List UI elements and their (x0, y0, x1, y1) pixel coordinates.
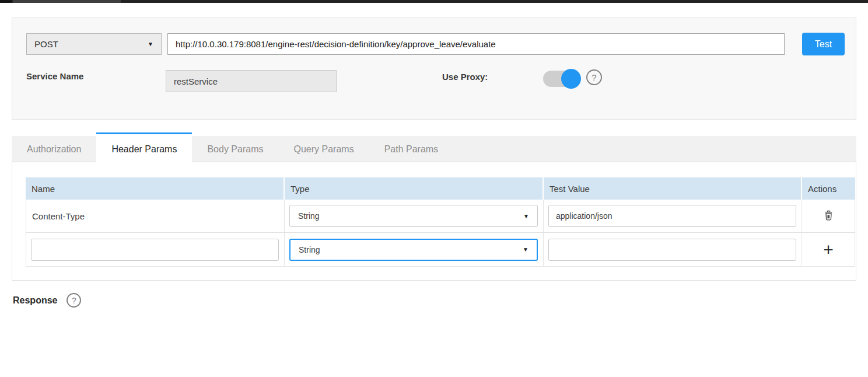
param-actions-cell: + (802, 233, 855, 266)
window-top-bar (0, 0, 868, 3)
response-help-icon[interactable]: ? (66, 293, 81, 308)
top-bar-tab-sliver (13, 0, 121, 3)
use-proxy-help-icon[interactable]: ? (586, 69, 602, 85)
column-header-name: Name (26, 177, 285, 200)
trash-icon (822, 208, 835, 224)
use-proxy-label: Use Proxy: (442, 72, 488, 82)
column-header-test-value: Test Value (544, 177, 802, 200)
response-section-header: Response ? (13, 293, 81, 308)
tab-query-params[interactable]: Query Params (278, 136, 369, 162)
tab-header-params[interactable]: Header Params (96, 132, 192, 165)
param-name-cell (26, 233, 285, 266)
request-url-input[interactable] (167, 33, 785, 55)
chevron-down-icon: ▼ (523, 213, 529, 219)
delete-row-button[interactable] (822, 208, 835, 224)
param-name-text: Content-Type (26, 200, 285, 232)
add-row-button[interactable]: + (823, 241, 834, 259)
new-param-test-value-input[interactable] (548, 239, 796, 261)
column-header-type: Type (285, 177, 544, 200)
header-params-table: Name Type Test Value Actions Content-Typ… (26, 177, 855, 267)
param-actions-cell (802, 200, 855, 232)
table-row: String ▼ + (26, 233, 855, 266)
new-param-name-input[interactable] (31, 239, 279, 261)
response-title: Response (13, 295, 57, 306)
column-header-actions: Actions (802, 177, 855, 200)
rest-service-test-page: POST ▼ Test Service Name Use Proxy: ? Au… (0, 0, 868, 377)
test-button[interactable]: Test (802, 33, 845, 55)
toggle-knob (561, 69, 581, 89)
chevron-down-icon: ▼ (523, 246, 528, 253)
http-method-select[interactable]: POST ▼ (26, 33, 162, 55)
chevron-down-icon: ▼ (148, 41, 153, 47)
param-type-cell: String ▼ (285, 200, 544, 232)
request-config-panel: POST ▼ Test Service Name Use Proxy: ? (12, 18, 856, 120)
header-params-panel: Name Type Test Value Actions Content-Typ… (12, 162, 856, 281)
param-tabs: Authorization Header Params Body Params … (12, 136, 856, 162)
param-test-value-cell (544, 233, 802, 266)
param-test-value-input[interactable] (548, 205, 796, 227)
top-bar-notch (0, 0, 12, 3)
tab-path-params[interactable]: Path Params (369, 136, 453, 162)
table-header-row: Name Type Test Value Actions (26, 177, 855, 200)
http-method-value: POST (34, 39, 58, 49)
param-type-select[interactable]: String ▼ (289, 205, 538, 227)
tab-body-params[interactable]: Body Params (192, 136, 278, 162)
table-body: Content-Type String ▼ (26, 200, 855, 267)
new-param-type-select[interactable]: String ▼ (289, 239, 538, 261)
service-name-input[interactable] (166, 70, 337, 92)
plus-icon: + (823, 241, 834, 259)
param-type-cell: String ▼ (285, 233, 544, 266)
param-test-value-cell (544, 200, 802, 232)
param-type-value: String (299, 245, 320, 254)
use-proxy-toggle[interactable] (543, 71, 579, 87)
service-name-label: Service Name (26, 71, 83, 81)
tab-authorization[interactable]: Authorization (12, 136, 96, 162)
table-row: Content-Type String ▼ (26, 200, 855, 233)
param-type-value: String (298, 211, 320, 221)
